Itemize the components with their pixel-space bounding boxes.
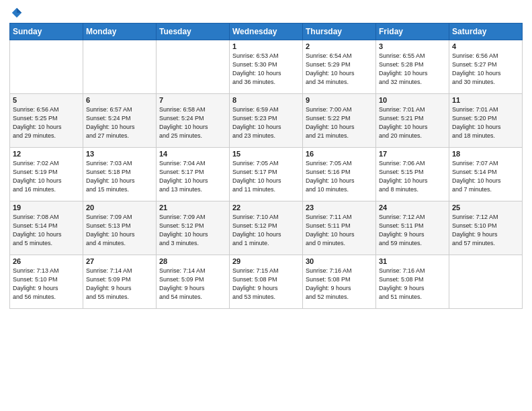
day-info: Sunrise: 7:01 AM Sunset: 5:20 PM Dayligh… (452, 105, 519, 140)
day-info: Sunrise: 7:03 AM Sunset: 5:18 PM Dayligh… (86, 159, 153, 194)
day-cell: 12Sunrise: 7:02 AM Sunset: 5:19 PM Dayli… (10, 148, 83, 201)
day-cell: 20Sunrise: 7:09 AM Sunset: 5:13 PM Dayli… (83, 201, 157, 255)
day-cell: 24Sunrise: 7:12 AM Sunset: 5:11 PM Dayli… (376, 201, 449, 255)
day-info: Sunrise: 7:16 AM Sunset: 5:08 PM Dayligh… (379, 267, 446, 302)
day-cell: 18Sunrise: 7:07 AM Sunset: 5:14 PM Dayli… (449, 148, 523, 201)
day-number: 30 (306, 257, 373, 265)
day-info: Sunrise: 6:58 AM Sunset: 5:24 PM Dayligh… (159, 105, 226, 140)
day-number: 1 (232, 42, 300, 50)
day-info: Sunrise: 7:05 AM Sunset: 5:17 PM Dayligh… (232, 159, 300, 194)
day-number: 21 (159, 203, 226, 212)
day-cell: 5Sunrise: 6:56 AM Sunset: 5:25 PM Daylig… (10, 94, 83, 148)
day-cell: 25Sunrise: 7:12 AM Sunset: 5:10 PM Dayli… (449, 201, 523, 255)
day-cell: 22Sunrise: 7:10 AM Sunset: 5:12 PM Dayli… (230, 201, 303, 255)
week-row-1: 1Sunrise: 6:53 AM Sunset: 5:30 PM Daylig… (10, 40, 523, 94)
day-info: Sunrise: 6:56 AM Sunset: 5:25 PM Dayligh… (13, 105, 80, 140)
day-cell (157, 40, 230, 94)
weekday-header-thursday: Thursday (303, 24, 376, 40)
weekday-header-sunday: Sunday (10, 24, 83, 40)
day-number: 24 (379, 203, 446, 212)
week-row-3: 12Sunrise: 7:02 AM Sunset: 5:19 PM Dayli… (10, 148, 523, 201)
day-info: Sunrise: 7:10 AM Sunset: 5:12 PM Dayligh… (232, 213, 300, 248)
day-info: Sunrise: 7:08 AM Sunset: 5:14 PM Dayligh… (13, 213, 80, 248)
day-number: 12 (13, 150, 80, 158)
svg-marker-1 (17, 8, 21, 13)
week-row-5: 26Sunrise: 7:13 AM Sunset: 5:10 PM Dayli… (10, 255, 523, 309)
day-cell: 15Sunrise: 7:05 AM Sunset: 5:17 PM Dayli… (230, 148, 303, 201)
day-cell: 3Sunrise: 6:55 AM Sunset: 5:28 PM Daylig… (376, 40, 449, 94)
day-info: Sunrise: 7:11 AM Sunset: 5:11 PM Dayligh… (306, 213, 373, 248)
day-info: Sunrise: 7:12 AM Sunset: 5:10 PM Dayligh… (452, 213, 519, 248)
logo-icon (11, 7, 23, 19)
day-cell: 30Sunrise: 7:16 AM Sunset: 5:08 PM Dayli… (303, 255, 376, 309)
day-number: 28 (159, 257, 226, 265)
day-info: Sunrise: 7:14 AM Sunset: 5:09 PM Dayligh… (86, 267, 153, 302)
day-cell: 9Sunrise: 7:00 AM Sunset: 5:22 PM Daylig… (303, 94, 376, 148)
day-info: Sunrise: 7:04 AM Sunset: 5:17 PM Dayligh… (159, 159, 226, 194)
day-number: 13 (86, 150, 153, 158)
day-number: 3 (379, 42, 446, 50)
day-info: Sunrise: 7:06 AM Sunset: 5:15 PM Dayligh… (379, 159, 446, 194)
day-cell: 6Sunrise: 6:57 AM Sunset: 5:24 PM Daylig… (83, 94, 157, 148)
day-cell: 26Sunrise: 7:13 AM Sunset: 5:10 PM Dayli… (10, 255, 83, 309)
day-info: Sunrise: 7:12 AM Sunset: 5:11 PM Dayligh… (379, 213, 446, 248)
week-row-2: 5Sunrise: 6:56 AM Sunset: 5:25 PM Daylig… (10, 94, 523, 148)
day-number: 2 (306, 42, 373, 50)
weekday-header-row: SundayMondayTuesdayWednesdayThursdayFrid… (10, 24, 523, 40)
weekday-header-friday: Friday (376, 24, 449, 40)
day-number: 23 (306, 203, 373, 212)
day-info: Sunrise: 6:55 AM Sunset: 5:28 PM Dayligh… (379, 52, 446, 87)
day-cell (449, 255, 523, 309)
day-number: 14 (159, 150, 226, 158)
day-cell: 1Sunrise: 6:53 AM Sunset: 5:30 PM Daylig… (230, 40, 303, 94)
calendar-page: SundayMondayTuesdayWednesdayThursdayFrid… (0, 0, 532, 411)
day-number: 11 (452, 96, 519, 104)
day-info: Sunrise: 7:01 AM Sunset: 5:21 PM Dayligh… (379, 105, 446, 140)
day-cell: 10Sunrise: 7:01 AM Sunset: 5:21 PM Dayli… (376, 94, 449, 148)
day-number: 20 (86, 203, 153, 212)
day-number: 8 (232, 96, 300, 104)
day-number: 19 (13, 203, 80, 212)
calendar-table: SundayMondayTuesdayWednesdayThursdayFrid… (9, 23, 523, 309)
weekday-header-tuesday: Tuesday (157, 24, 230, 40)
day-cell: 2Sunrise: 6:54 AM Sunset: 5:29 PM Daylig… (303, 40, 376, 94)
day-cell: 19Sunrise: 7:08 AM Sunset: 5:14 PM Dayli… (10, 201, 83, 255)
day-cell: 4Sunrise: 6:56 AM Sunset: 5:27 PM Daylig… (449, 40, 523, 94)
day-number: 31 (379, 257, 446, 265)
day-info: Sunrise: 7:15 AM Sunset: 5:08 PM Dayligh… (232, 267, 300, 302)
day-cell: 27Sunrise: 7:14 AM Sunset: 5:09 PM Dayli… (83, 255, 157, 309)
week-row-4: 19Sunrise: 7:08 AM Sunset: 5:14 PM Dayli… (10, 201, 523, 255)
day-cell: 14Sunrise: 7:04 AM Sunset: 5:17 PM Dayli… (157, 148, 230, 201)
day-info: Sunrise: 6:57 AM Sunset: 5:24 PM Dayligh… (86, 105, 153, 140)
day-cell: 31Sunrise: 7:16 AM Sunset: 5:08 PM Dayli… (376, 255, 449, 309)
day-info: Sunrise: 7:02 AM Sunset: 5:19 PM Dayligh… (13, 159, 80, 194)
day-number: 27 (86, 257, 153, 265)
weekday-header-wednesday: Wednesday (230, 24, 303, 40)
day-number: 6 (86, 96, 153, 104)
day-number: 18 (452, 150, 519, 158)
logo (9, 7, 23, 19)
day-cell: 23Sunrise: 7:11 AM Sunset: 5:11 PM Dayli… (303, 201, 376, 255)
day-number: 17 (379, 150, 446, 158)
day-cell: 8Sunrise: 6:59 AM Sunset: 5:23 PM Daylig… (230, 94, 303, 148)
day-info: Sunrise: 7:00 AM Sunset: 5:22 PM Dayligh… (306, 105, 373, 140)
day-info: Sunrise: 7:09 AM Sunset: 5:13 PM Dayligh… (86, 213, 153, 248)
day-info: Sunrise: 6:54 AM Sunset: 5:29 PM Dayligh… (306, 52, 373, 87)
day-info: Sunrise: 7:13 AM Sunset: 5:10 PM Dayligh… (13, 267, 80, 302)
day-cell: 17Sunrise: 7:06 AM Sunset: 5:15 PM Dayli… (376, 148, 449, 201)
day-cell: 16Sunrise: 7:05 AM Sunset: 5:16 PM Dayli… (303, 148, 376, 201)
day-cell: 11Sunrise: 7:01 AM Sunset: 5:20 PM Dayli… (449, 94, 523, 148)
day-number: 7 (159, 96, 226, 104)
day-info: Sunrise: 7:16 AM Sunset: 5:08 PM Dayligh… (306, 267, 373, 302)
header (9, 7, 523, 19)
day-number: 5 (13, 96, 80, 104)
day-number: 10 (379, 96, 446, 104)
day-cell: 13Sunrise: 7:03 AM Sunset: 5:18 PM Dayli… (83, 148, 157, 201)
day-cell: 29Sunrise: 7:15 AM Sunset: 5:08 PM Dayli… (230, 255, 303, 309)
day-cell (10, 40, 83, 94)
day-info: Sunrise: 6:56 AM Sunset: 5:27 PM Dayligh… (452, 52, 519, 87)
day-info: Sunrise: 7:07 AM Sunset: 5:14 PM Dayligh… (452, 159, 519, 194)
day-info: Sunrise: 7:05 AM Sunset: 5:16 PM Dayligh… (306, 159, 373, 194)
day-number: 16 (306, 150, 373, 158)
day-number: 4 (452, 42, 519, 50)
